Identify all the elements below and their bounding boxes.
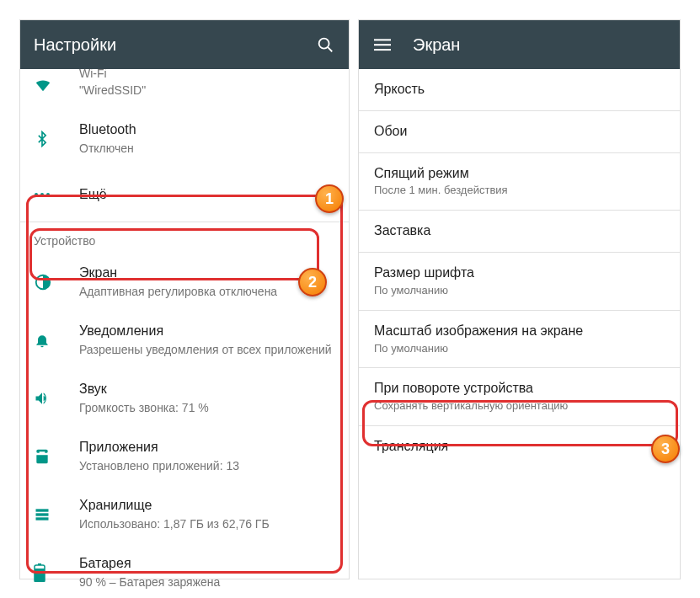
display-title: Экран bbox=[79, 264, 335, 282]
display-list: Яркость Обои Спящий режим После 1 мин. б… bbox=[359, 69, 680, 467]
svg-rect-6 bbox=[36, 513, 49, 515]
more-icon bbox=[34, 192, 67, 197]
svg-rect-10 bbox=[35, 569, 45, 582]
rotation-title: При повороте устройства bbox=[374, 380, 665, 398]
sleep-row[interactable]: Спящий режим После 1 мин. бездействия bbox=[359, 153, 680, 211]
notifications-sub: Разрешены уведомления от всех приложений bbox=[79, 342, 335, 357]
battery-title: Батарея bbox=[79, 555, 335, 573]
bluetooth-row[interactable]: Bluetooth Отключен bbox=[20, 109, 349, 168]
apps-icon bbox=[34, 448, 67, 465]
svg-line-1 bbox=[328, 47, 332, 51]
phone-display: Экран Яркость Обои Спящий режим После 1 … bbox=[358, 19, 681, 579]
svg-rect-5 bbox=[36, 509, 49, 511]
svg-point-0 bbox=[319, 39, 329, 49]
wifi-row[interactable]: Wi-Fi "WiredSSID" bbox=[20, 69, 349, 109]
battery-icon bbox=[34, 563, 67, 582]
display-icon bbox=[34, 273, 67, 291]
svg-point-3 bbox=[40, 193, 44, 196]
wifi-sub: "WiredSSID" bbox=[79, 83, 335, 98]
sound-icon bbox=[34, 390, 67, 407]
wallpaper-row[interactable]: Обои bbox=[359, 111, 680, 153]
screensaver-title: Заставка bbox=[374, 222, 665, 240]
display-row[interactable]: Экран Адаптивная регулировка отключена bbox=[20, 253, 349, 311]
more-row[interactable]: Ещё bbox=[20, 168, 349, 222]
wallpaper-title: Обои bbox=[374, 123, 665, 141]
rotation-sub: Сохранять вертикальную ориентацию bbox=[374, 399, 665, 414]
bluetooth-title: Bluetooth bbox=[79, 121, 335, 139]
apps-row[interactable]: Приложения Установлено приложений: 13 bbox=[20, 427, 349, 485]
svg-rect-9 bbox=[38, 563, 41, 565]
sound-sub: Громкость звонка: 71 % bbox=[79, 400, 335, 415]
displayscale-sub: По умолчанию bbox=[374, 342, 665, 356]
menu-icon[interactable] bbox=[372, 35, 393, 55]
notifications-title: Уведомления bbox=[79, 323, 335, 340]
svg-rect-11 bbox=[374, 39, 391, 40]
cast-row[interactable]: Трансляция bbox=[359, 426, 680, 467]
battery-sub: 90 % – Батарея заряжена bbox=[79, 574, 335, 590]
appbar-display-title: Экран bbox=[413, 35, 666, 55]
storage-row[interactable]: Хранилище Использовано: 1,87 ГБ из 62,76… bbox=[20, 485, 349, 543]
fontsize-row[interactable]: Размер шрифта По умолчанию bbox=[359, 253, 680, 311]
storage-sub: Использовано: 1,87 ГБ из 62,76 ГБ bbox=[79, 516, 335, 531]
bluetooth-sub: Отключен bbox=[79, 141, 335, 156]
appbar-title: Настройки bbox=[34, 35, 315, 55]
sound-title: Звук bbox=[79, 381, 335, 398]
section-device: Устройство bbox=[20, 222, 349, 253]
apps-sub: Установлено приложений: 13 bbox=[79, 458, 335, 473]
wifi-icon bbox=[34, 75, 67, 93]
storage-title: Хранилище bbox=[79, 497, 335, 515]
more-title: Ещё bbox=[79, 186, 335, 204]
svg-rect-12 bbox=[374, 44, 391, 45]
sleep-title: Спящий режим bbox=[374, 165, 665, 183]
storage-icon bbox=[34, 506, 67, 523]
search-icon[interactable] bbox=[315, 35, 335, 55]
display-sub: Адаптивная регулировка отключена bbox=[79, 284, 335, 299]
sleep-sub: После 1 мин. бездействия bbox=[374, 184, 665, 198]
svg-rect-7 bbox=[36, 517, 49, 520]
svg-rect-13 bbox=[374, 49, 391, 51]
bluetooth-icon bbox=[34, 131, 67, 147]
displayscale-row[interactable]: Масштаб изображения на экране По умолчан… bbox=[359, 311, 680, 369]
appbar-settings: Настройки bbox=[20, 20, 349, 69]
svg-point-4 bbox=[46, 193, 50, 196]
apps-title: Приложения bbox=[79, 439, 335, 457]
displayscale-title: Масштаб изображения на экране bbox=[374, 323, 665, 340]
screensaver-row[interactable]: Заставка bbox=[359, 211, 680, 253]
settings-list: Wi-Fi "WiredSSID" Bluetooth Отключен Ещё… bbox=[20, 69, 349, 598]
svg-point-2 bbox=[35, 193, 38, 196]
fontsize-sub: По умолчанию bbox=[374, 284, 665, 298]
sound-row[interactable]: Звук Громкость звонка: 71 % bbox=[20, 369, 349, 427]
cast-title: Трансляция bbox=[374, 438, 665, 456]
brightness-title: Яркость bbox=[374, 81, 665, 99]
wifi-title: Wi-Fi bbox=[79, 69, 335, 81]
notifications-row[interactable]: Уведомления Разрешены уведомления от все… bbox=[20, 311, 349, 369]
rotation-row[interactable]: При повороте устройства Сохранять вертик… bbox=[359, 368, 680, 426]
brightness-row[interactable]: Яркость bbox=[359, 69, 680, 111]
fontsize-title: Размер шрифта bbox=[374, 264, 665, 282]
battery-row[interactable]: Батарея 90 % – Батарея заряжена bbox=[20, 543, 349, 598]
notifications-icon bbox=[34, 332, 67, 349]
phone-settings: Настройки Wi-Fi "WiredSSID" Bluetooth От… bbox=[19, 19, 350, 579]
appbar-display: Экран bbox=[359, 20, 680, 69]
